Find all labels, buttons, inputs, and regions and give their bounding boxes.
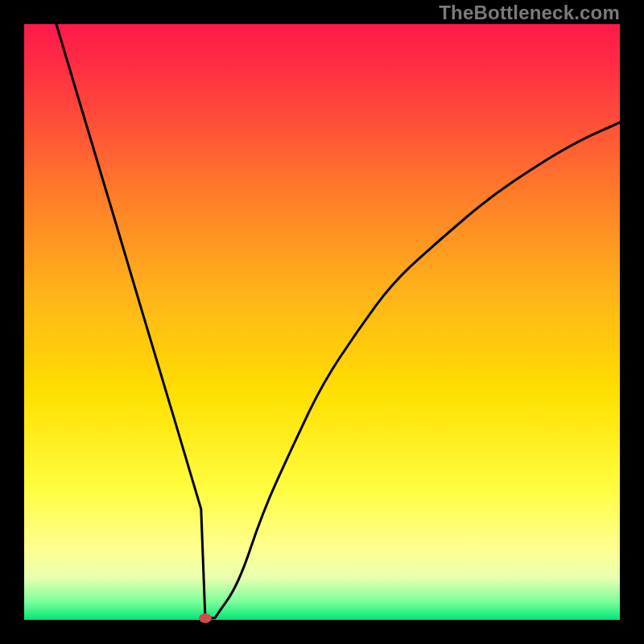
plot-area xyxy=(24,24,620,620)
bottleneck-curve xyxy=(24,24,620,620)
minimum-marker xyxy=(199,613,212,623)
watermark-text: TheBottleneck.com xyxy=(439,2,620,24)
chart-frame: TheBottleneck.com xyxy=(0,0,644,644)
